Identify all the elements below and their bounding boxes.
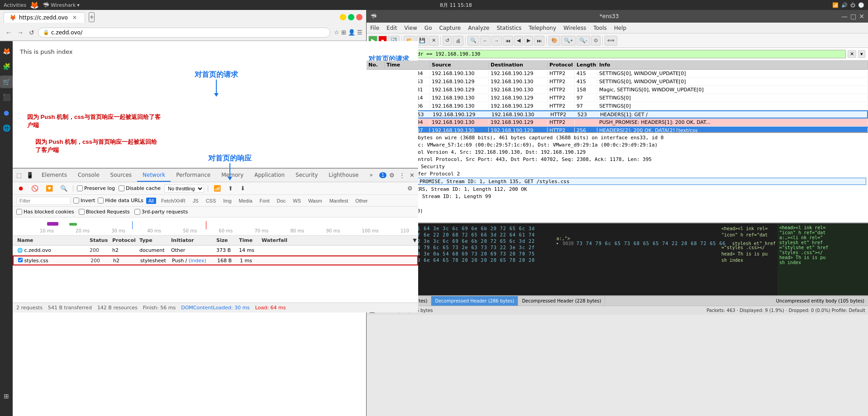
detail-type[interactable]: Type: DATA (0) (368, 207, 866, 214)
tab-memory[interactable]: Memory (216, 169, 249, 182)
sidebar-chromium-icon[interactable]: ● (0, 106, 13, 119)
filter-font[interactable]: Font (258, 198, 272, 204)
network-row-css[interactable]: styles.css 200 h2 stylesheet Push / (ind… (13, 255, 418, 265)
devtools-mobile-btn[interactable]: 📱 (24, 171, 35, 180)
ws-go-prev-btn[interactable]: ◀ (514, 36, 523, 46)
ws-resize-cols-btn[interactable]: ⟺ (605, 36, 617, 46)
filter-media[interactable]: Media (237, 198, 255, 204)
ws-filter-dropdown-btn[interactable]: ▾ (858, 50, 865, 58)
upload-btn[interactable]: ⬆ (226, 184, 235, 193)
ws-go-next-btn[interactable]: ▶ (524, 36, 533, 46)
devtools-inspect-btn[interactable]: ⬚ (14, 171, 24, 180)
tab-elements[interactable]: Elements (36, 169, 72, 182)
detail-tcp[interactable]: ▶ Transmission Control Protocol, Src Por… (368, 156, 866, 163)
disable-cache-checkbox[interactable]: Disable cache (119, 185, 161, 191)
devtools-settings2-btn[interactable]: ⚙ (405, 184, 415, 193)
detail-headers-stream[interactable]: ▶ Stream: HEADERS, Stream ID: 1, Length … (368, 185, 866, 193)
back-button[interactable]: ← (4, 28, 14, 37)
tab-console[interactable]: Console (72, 169, 105, 182)
tab-sources[interactable]: Sources (105, 169, 137, 182)
maximize-button[interactable] (348, 14, 354, 20)
filter-ws[interactable]: WS (291, 198, 303, 204)
throttle-select[interactable]: No throttling (164, 184, 204, 193)
detail-flags[interactable]: ▶ Flags: 0x01 (368, 214, 866, 222)
record-button[interactable]: ⏺ (16, 184, 26, 193)
sidebar-firefox-icon[interactable]: 🦊 (0, 45, 13, 57)
filter-wasm[interactable]: Wasm (306, 198, 324, 204)
reload-button[interactable]: ↺ (27, 28, 36, 37)
detail-data-stream[interactable]: ▼ Stream: DATA, Stream ID: 1, Length 99 (368, 193, 866, 200)
ws-status-seg2[interactable]: Decompressed Header (286 bytes) (431, 296, 518, 306)
ws-zoom-normal-btn[interactable]: ⊙ (591, 36, 601, 46)
tab-more[interactable]: » (364, 169, 378, 182)
ws-restore-btn[interactable]: □ (850, 13, 856, 20)
reader-button[interactable]: ⊞ (341, 29, 346, 36)
filter-fetchxhr[interactable]: Fetch/XHR (159, 198, 188, 204)
filter-img[interactable]: Img (221, 198, 234, 204)
row-checkbox-css[interactable] (18, 258, 23, 262)
packet-row-446[interactable]: 446 11.025431594 192.168.190.130 192.168… (367, 118, 868, 127)
ws-packet-detail[interactable]: ▶ Frame 446: 461 bytes on wire (3688 bit… (367, 133, 868, 223)
ws-go-first-btn[interactable]: ⏮ (503, 36, 513, 46)
menu-help[interactable]: Help (610, 23, 630, 33)
preserve-log-checkbox[interactable]: Preserve log (77, 185, 115, 191)
detail-frame[interactable]: ▶ Frame 446: 461 bytes on wire (3688 bit… (368, 134, 866, 141)
filter-input[interactable] (16, 197, 71, 205)
minimize-button[interactable] (340, 14, 346, 20)
search-button[interactable]: 🔍 (58, 184, 69, 193)
menu-capture[interactable]: Capture (435, 23, 464, 33)
detail-ip[interactable]: ▶ Internet Protocol Version 4, Src: 192.… (368, 148, 866, 156)
sync-button[interactable]: 👤 (348, 29, 355, 36)
packet-row-444[interactable]: 444 11.025090253 192.168.190.129 192.168… (367, 110, 868, 118)
tab-lighthouse[interactable]: Lighthouse (323, 169, 364, 182)
ws-status-seg4[interactable]: Uncompressed entity body (105 bytes) (605, 296, 868, 306)
menu-go[interactable]: Go (421, 23, 436, 33)
ws-reload-btn[interactable]: ↺ (443, 36, 452, 46)
filter-js[interactable]: JS (191, 198, 201, 204)
sidebar-extensions-icon[interactable]: 🧩 (0, 60, 13, 73)
ws-colorize-btn[interactable]: 🎨 (548, 36, 560, 46)
sidebar-apps-icon[interactable]: ⊞ (0, 390, 13, 402)
new-tab-button[interactable]: + (89, 12, 95, 22)
devtools-more-btn[interactable]: ⋮ (397, 171, 407, 180)
packet-row-431[interactable]: 431 11.023438634 192.168.190.130 192.168… (367, 70, 868, 78)
packet-row-448[interactable]: 448 11.025512597 192.168.190.130 192.168… (367, 127, 868, 133)
ws-filter-clear-btn[interactable]: ✕ (848, 50, 856, 58)
has-blocked-cookies-checkbox[interactable]: Has blocked cookies (16, 209, 74, 215)
menu-button[interactable]: ☰ (357, 29, 362, 36)
ws-zoom-in-btn[interactable]: 🔍+ (561, 36, 576, 46)
ws-zoom-out-btn[interactable]: 🔍- (577, 36, 590, 46)
packet-row-438[interactable]: 438 11.024022031 192.168.190.129 192.168… (367, 86, 868, 94)
tab-security[interactable]: Security (290, 169, 323, 182)
push-index-link[interactable]: (index) (189, 258, 206, 264)
menu-wireless[interactable]: Wireless (560, 23, 590, 33)
ws-find-btn[interactable]: 🔍 (467, 36, 479, 46)
filter-all[interactable]: All (146, 198, 156, 204)
network-row-main[interactable]: 🌐 c.zedd.ovo 200 h2 document Other 373 B… (13, 246, 418, 255)
ws-packet-list[interactable]: No. Time Source Destination Protocol Len… (367, 61, 868, 133)
menu-view[interactable]: View (401, 23, 420, 33)
download-btn[interactable]: ⬇ (238, 184, 247, 193)
filter-icon-btn[interactable]: 🔽 (44, 184, 55, 193)
tab-application[interactable]: Application (249, 169, 290, 182)
menu-file[interactable]: File (367, 23, 383, 33)
packet-row-440[interactable]: 440 11.024365214 192.168.190.130 192.168… (367, 94, 868, 102)
clear-button[interactable]: 🚫 (29, 184, 40, 193)
ws-filter-input[interactable] (369, 50, 846, 58)
sidebar-chrome-icon[interactable]: 🌐 (0, 122, 13, 134)
devtools-settings-btn[interactable]: ⚙ (387, 171, 396, 180)
invert-checkbox[interactable]: Invert (73, 198, 95, 203)
tab-close-button[interactable]: ✕ (72, 14, 77, 21)
blocked-requests-checkbox[interactable]: Blocked Requests (79, 209, 130, 215)
ws-close-file-btn[interactable]: ✕ (429, 36, 439, 46)
wifi-icon-btn[interactable]: 📶 (212, 184, 223, 193)
detail-ethernet[interactable]: ▶ Ethernet II, Src: VMware_57:1c:69 (00:… (368, 141, 866, 148)
ws-minimize-btn[interactable]: — (841, 13, 848, 20)
tab-network[interactable]: Network (137, 169, 171, 182)
ws-go-back-btn[interactable]: ← (480, 36, 491, 46)
ws-go-last-btn[interactable]: ⏭ (534, 36, 544, 46)
ws-status-seg3[interactable]: Decompressed Header (228 bytes) (518, 296, 605, 306)
bookmark-button[interactable]: ☆ (334, 29, 339, 36)
menu-telephony[interactable]: Telephony (525, 23, 560, 33)
filter-css[interactable]: CSS (204, 198, 219, 204)
